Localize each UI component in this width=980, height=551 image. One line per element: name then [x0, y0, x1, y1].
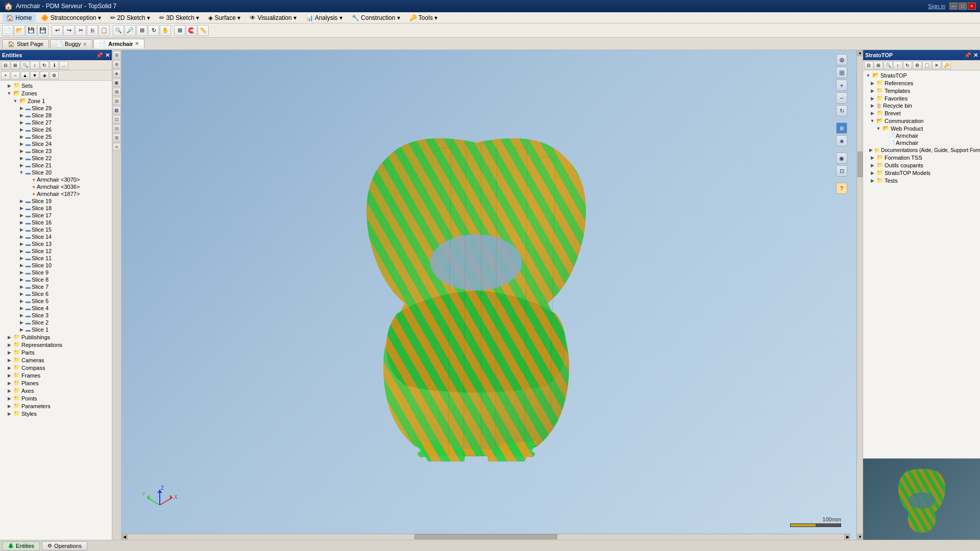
tree-item-armchair1877[interactable]: ✦ Armchair <1877>	[0, 190, 112, 197]
tree-option2[interactable]: ⚙	[50, 71, 59, 80]
expand-stmodels[interactable]: ▶	[869, 170, 875, 176]
expand-axes[interactable]: ▶	[6, 388, 12, 394]
tree-item-slice1[interactable]: ▶ ▬ Slice 1	[0, 326, 112, 333]
menu-item-visualization[interactable]: 👁 Visualization ▾	[246, 13, 301, 22]
rtree-btn2[interactable]: ⊞	[874, 61, 883, 69]
expand-zone1[interactable]: ▼	[12, 98, 18, 104]
right-panel-close[interactable]: ✕	[973, 52, 978, 59]
expand-slice13[interactable]: ▶	[18, 241, 24, 247]
open-button[interactable]: 📂	[14, 25, 25, 36]
tree-item-representations[interactable]: ▶ 📁 Representations	[0, 341, 112, 348]
nav-view-mode[interactable]: ⊞	[836, 122, 847, 134]
tree-item-zone1[interactable]: ▼ 📂 Zone 1	[0, 97, 112, 105]
tab-startpage[interactable]: 🏠 Start Page	[2, 39, 49, 48]
tree-item-slice5[interactable]: ▶ ▬ Slice 5	[0, 297, 112, 305]
expand-slice16[interactable]: ▶	[18, 219, 24, 226]
expand-slice24[interactable]: ▶	[18, 141, 24, 147]
expand-slice11[interactable]: ▶	[18, 255, 24, 261]
expand-slice26[interactable]: ▶	[18, 127, 24, 133]
view-icon-11[interactable]: ≡	[113, 143, 121, 151]
nav-home[interactable]: ⊕	[836, 54, 847, 65]
expand-slice27[interactable]: ▶	[18, 119, 24, 126]
right-panel-pin[interactable]: 📌	[964, 52, 971, 59]
expand-slice5[interactable]: ▶	[18, 298, 24, 304]
sign-in-link[interactable]: Sign in	[928, 3, 945, 9]
tree-delete[interactable]: −	[11, 71, 20, 80]
expand-slice25[interactable]: ▶	[18, 134, 24, 140]
paste-button[interactable]: 📋	[99, 25, 110, 36]
menu-item-tools[interactable]: 🔑 Tools ▾	[405, 13, 442, 22]
tab-entities[interactable]: 🌲 Entities	[2, 541, 40, 550]
view-icon-7[interactable]: ▩	[113, 106, 121, 114]
expand-compass[interactable]: ▶	[6, 365, 12, 371]
nav-rotate[interactable]: ↻	[836, 105, 847, 116]
nav-help[interactable]: ?	[836, 183, 847, 194]
measure-button[interactable]: 📏	[198, 25, 209, 36]
rtree-item-references[interactable]: ▶ 📁 References	[863, 79, 980, 87]
rtree-btn7[interactable]: 📋	[922, 61, 932, 69]
tree-item-axes[interactable]: ▶ 📁 Axes	[0, 387, 112, 394]
expand-slice20[interactable]: ▼	[18, 169, 24, 176]
armchair-close[interactable]: ✕	[135, 41, 139, 46]
tree-item-slice4[interactable]: ▶ ▬ Slice 4	[0, 305, 112, 312]
tree-item-slice28[interactable]: ▶ ▬ Slice 28	[0, 112, 112, 119]
expand-docs[interactable]: ▶	[869, 147, 873, 153]
rtree-btn9[interactable]: 🔑	[942, 61, 951, 69]
save-button[interactable]: 💾	[26, 25, 37, 36]
tree-item-styles[interactable]: ▶ 📁 Styles	[0, 410, 112, 417]
expand-publishings[interactable]: ▶	[6, 334, 12, 340]
menu-item-2dsketch[interactable]: ✏ 2D Sketch ▾	[106, 13, 154, 22]
expand-webproduct[interactable]: ▼	[875, 126, 881, 132]
undo-button[interactable]: ↩	[52, 25, 63, 36]
tree-item-slice15[interactable]: ▶ ▬ Slice 15	[0, 226, 112, 233]
tree-item-slice24[interactable]: ▶ ▬ Slice 24	[0, 140, 112, 147]
tree-item-slice18[interactable]: ▶ ▬ Slice 18	[0, 205, 112, 212]
viewport-hscrollbar[interactable]: ◀ ▶	[121, 534, 850, 540]
tree-item-slice9[interactable]: ▶ ▬ Slice 9	[0, 269, 112, 276]
rtree-btn5[interactable]: ↻	[903, 61, 912, 69]
pan-button[interactable]: ✋	[160, 25, 171, 36]
tree-item-slice19[interactable]: ▶ ▬ Slice 19	[0, 197, 112, 205]
vscroll-thumb[interactable]	[857, 152, 863, 177]
expand-slice7[interactable]: ▶	[18, 284, 24, 290]
view-icon-6[interactable]: ⊞	[113, 97, 121, 105]
tree-item-slice13[interactable]: ▶ ▬ Slice 13	[0, 240, 112, 247]
tab-operations[interactable]: ⚙ Operations	[42, 541, 87, 550]
expand-slice9[interactable]: ▶	[18, 269, 24, 276]
tree-item-slice20[interactable]: ▼ ▬ Slice 20	[0, 169, 112, 176]
expand-slice3[interactable]: ▶	[18, 312, 24, 318]
rtree-item-communication[interactable]: ▼ 📂 Communication	[863, 117, 980, 124]
snap-button[interactable]: 🧲	[186, 25, 197, 36]
view-icon-5[interactable]: ⊠	[113, 88, 121, 96]
tree-item-compass[interactable]: ▶ 📁 Compass	[0, 364, 112, 371]
nav-zoom-fit[interactable]: ⊞	[836, 67, 847, 78]
tree-filter[interactable]: 🔍	[20, 61, 30, 69]
rtree-item-armchair2[interactable]: 📄 Armchair	[863, 139, 980, 146]
menu-item-analysis[interactable]: 📊 Analysis ▾	[302, 13, 347, 22]
rtree-btn4[interactable]: ↕	[893, 61, 902, 69]
tree-item-points[interactable]: ▶ 📁 Points	[0, 394, 112, 402]
expand-frames[interactable]: ▶	[6, 372, 12, 379]
expand-tests[interactable]: ▶	[869, 178, 875, 184]
cut-button[interactable]: ✂	[75, 25, 86, 36]
copy-button[interactable]: ⎘	[87, 25, 98, 36]
zoom-out-button[interactable]: 🔎	[125, 25, 136, 36]
buggy-close[interactable]: ✕	[83, 41, 87, 47]
tree-refresh[interactable]: ↻	[40, 61, 49, 69]
view-icon-9[interactable]: ⊟	[113, 124, 121, 133]
view-icon-4[interactable]: ▣	[113, 79, 121, 87]
rtree-item-stratotopmodels[interactable]: ▶ 📁 StratoTOP Models	[863, 169, 980, 177]
tree-item-armchair3070[interactable]: ✦ Armchair <3070>	[0, 176, 112, 183]
expand-representations[interactable]: ▶	[6, 342, 12, 348]
tree-item-sets[interactable]: ▶ 📁 Sets	[0, 82, 112, 89]
tree-up[interactable]: ▲	[20, 71, 30, 80]
menu-item-surface[interactable]: ◈ Surface ▾	[204, 13, 244, 22]
tree-item-publishings[interactable]: ▶ 📁 Publishings	[0, 333, 112, 341]
fit-button[interactable]: ⊞	[136, 25, 148, 36]
tree-expand-all[interactable]: ⊞	[11, 61, 20, 69]
expand-slice21[interactable]: ▶	[18, 162, 24, 168]
left-panel-pin[interactable]: 📌	[96, 52, 103, 59]
expand-slice12[interactable]: ▶	[18, 248, 24, 254]
expand-outils[interactable]: ▶	[869, 162, 875, 168]
tree-item-slice14[interactable]: ▶ ▬ Slice 14	[0, 233, 112, 240]
